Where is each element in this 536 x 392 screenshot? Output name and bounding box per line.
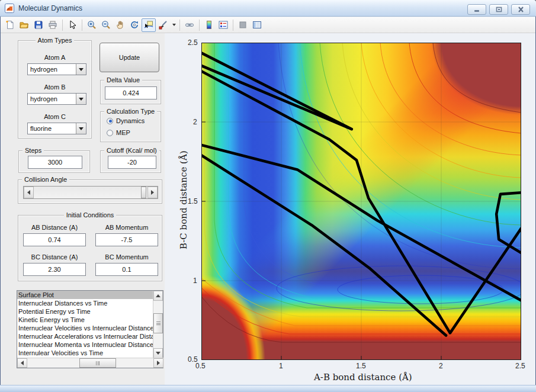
list-item[interactable]: Internuclear Velocities vs Internuclear … <box>17 324 153 332</box>
toolbar-separator <box>82 20 82 31</box>
list-item[interactable]: Potential Energy vs Time <box>17 307 153 316</box>
update-button[interactable]: Update <box>100 43 159 72</box>
bc-momentum-label: BC Momentum <box>95 253 158 261</box>
list-item[interactable]: Internulear Velocities vs Time <box>17 349 153 357</box>
x-tick-label: 1 <box>279 362 283 370</box>
minimize-button[interactable] <box>467 4 486 15</box>
dropdown-arrow-icon[interactable] <box>76 64 86 75</box>
zoom-in-button[interactable] <box>85 18 99 32</box>
ab-distance-input[interactable] <box>23 233 86 246</box>
brush-icon <box>158 20 168 30</box>
dropdown-arrow-icon[interactable] <box>76 94 86 104</box>
print-button[interactable] <box>46 18 60 32</box>
ab-distance-label: AB Distance (A) <box>23 224 86 231</box>
listbox-items: Surface Plot Internuclear Distances vs T… <box>17 291 153 358</box>
new-file-button[interactable] <box>3 18 17 32</box>
slider-track[interactable] <box>34 187 147 198</box>
pan-button[interactable] <box>113 18 127 32</box>
steps-input[interactable] <box>28 156 82 169</box>
dropdown-caret-icon <box>172 24 176 26</box>
figure-toolbar <box>1 17 535 33</box>
link-chain-icon <box>185 20 194 30</box>
data-cursor-icon <box>144 20 153 30</box>
minimize-icon <box>474 7 480 12</box>
link-plots-button[interactable] <box>182 18 197 32</box>
plot-type-listbox[interactable]: Surface Plot Internuclear Distances vs T… <box>17 290 163 368</box>
insert-colorbar-button[interactable] <box>202 18 216 32</box>
x-tick-label: 2.5 <box>515 362 525 370</box>
brush-button[interactable] <box>156 18 170 32</box>
delta-value-input[interactable] <box>105 86 157 99</box>
title-bar[interactable]: Molecular Dynamics <box>0 0 536 17</box>
list-item[interactable]: Surface Plot <box>17 291 153 299</box>
colorbar-icon <box>204 20 214 30</box>
print-icon <box>48 20 57 30</box>
restore-button[interactable] <box>489 4 508 15</box>
legend-icon <box>219 20 228 30</box>
y-tick-label: 2.5 <box>188 38 198 47</box>
hide-plot-tools-button[interactable] <box>236 18 250 32</box>
show-plot-tools-button[interactable] <box>250 18 264 32</box>
vertical-scroll-thumb[interactable] <box>153 313 163 333</box>
window-bottom-frame <box>0 385 536 392</box>
x-tick-label: 1.5 <box>356 362 366 370</box>
open-file-button[interactable] <box>17 18 31 32</box>
data-cursor-button[interactable] <box>142 18 156 32</box>
app-window: Molecular Dynamics <box>0 0 536 392</box>
list-item[interactable]: Internuclear Momenta vs Internuclear Dis… <box>17 340 153 349</box>
bc-distance-input[interactable] <box>23 263 86 276</box>
horizontal-scroll-thumb[interactable] <box>79 358 116 368</box>
vertical-scrollbar[interactable] <box>153 291 163 358</box>
x-tick-label: 2 <box>439 362 443 370</box>
pointer-icon <box>68 20 77 30</box>
atom-a-dropdown[interactable]: hydrogen <box>27 63 86 75</box>
slider-thumb[interactable] <box>141 187 146 198</box>
dropdown-arrow-icon[interactable] <box>76 123 86 134</box>
show-plot-tools-icon <box>252 20 262 30</box>
horizontal-scrollbar[interactable] <box>17 358 163 368</box>
cutoff-input[interactable] <box>108 156 156 169</box>
calculation-type-panel: Calculation Type Dynamics MEP <box>100 111 161 142</box>
toolbar-separator <box>199 20 200 31</box>
rotate-3d-button[interactable] <box>127 18 142 32</box>
bc-momentum-input[interactable] <box>95 263 158 276</box>
scroll-left-button[interactable] <box>17 358 27 368</box>
horizontal-scroll-track[interactable] <box>27 358 153 368</box>
pointer-tool-button[interactable] <box>65 18 79 32</box>
atom-a-value: hydrogen <box>28 66 76 73</box>
steps-panel: Steps <box>18 150 90 173</box>
mep-radio[interactable]: MEP <box>107 129 130 136</box>
scroll-down-button[interactable] <box>153 348 163 358</box>
collision-angle-slider[interactable] <box>23 186 158 199</box>
list-item[interactable]: Internuclear Accelerations vs Internucle… <box>17 332 153 340</box>
y-tick-label: 1 <box>193 277 197 285</box>
scroll-right-button[interactable] <box>153 358 163 368</box>
zoom-out-button[interactable] <box>99 18 113 32</box>
pan-hand-icon <box>115 20 125 30</box>
new-file-icon <box>5 20 15 30</box>
ab-momentum-input[interactable] <box>95 233 158 246</box>
dynamics-radio[interactable]: Dynamics <box>107 117 145 124</box>
brush-menu-button[interactable] <box>170 18 177 32</box>
atom-c-dropdown[interactable]: fluorine <box>27 123 86 134</box>
scroll-up-button[interactable] <box>153 291 163 301</box>
list-item[interactable]: Kinetic Energy vs Time <box>17 316 153 324</box>
toolbar-separator <box>179 20 180 31</box>
atom-a-label: Atom A <box>18 54 91 61</box>
initial-conditions-panel: Initial Conditions AB Distance (A) AB Mo… <box>18 215 162 281</box>
close-button[interactable] <box>511 4 530 15</box>
slider-right-arrow[interactable] <box>147 187 158 198</box>
atom-b-dropdown[interactable]: hydrogen <box>27 93 86 105</box>
y-tick-label: 1.5 <box>188 197 198 205</box>
zoom-in-icon <box>87 20 97 30</box>
insert-legend-button[interactable] <box>216 18 230 32</box>
slider-left-arrow[interactable] <box>24 187 34 198</box>
list-item[interactable]: Internuclear Distances vs Time <box>17 299 153 307</box>
save-button[interactable] <box>31 18 46 32</box>
y-axis-label: B-C bond distance (Å) <box>178 155 189 249</box>
toolbar-separator <box>62 20 63 31</box>
y-tick-label: 0.5 <box>188 355 198 364</box>
y-tick-label: 2 <box>193 118 197 126</box>
pes-contour-plot[interactable] <box>201 43 521 360</box>
atom-types-panel: Atom Types Atom A hydrogen Atom B hydrog… <box>18 40 92 139</box>
